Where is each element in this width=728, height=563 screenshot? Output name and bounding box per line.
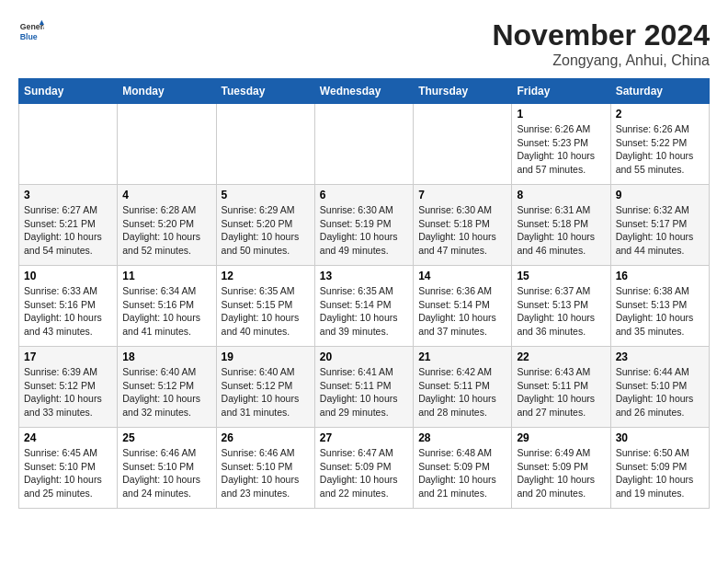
week-row-4: 17Sunrise: 6:39 AM Sunset: 5:12 PM Dayli… <box>19 347 710 428</box>
day-number: 2 <box>616 108 704 121</box>
day-cell: 16Sunrise: 6:38 AM Sunset: 5:13 PM Dayli… <box>610 266 709 347</box>
day-info: Sunrise: 6:40 AM Sunset: 5:12 PM Dayligh… <box>222 365 310 419</box>
day-number: 1 <box>517 108 605 121</box>
day-number: 7 <box>418 189 506 201</box>
day-number: 4 <box>122 189 210 201</box>
day-info: Sunrise: 6:50 AM Sunset: 5:09 PM Dayligh… <box>616 446 704 500</box>
day-cell: 18Sunrise: 6:40 AM Sunset: 5:12 PM Dayli… <box>118 347 216 428</box>
day-cell: 9Sunrise: 6:32 AM Sunset: 5:17 PM Daylig… <box>610 185 709 266</box>
day-cell: 23Sunrise: 6:44 AM Sunset: 5:10 PM Dayli… <box>610 347 709 428</box>
day-info: Sunrise: 6:30 AM Sunset: 5:18 PM Dayligh… <box>418 203 506 258</box>
week-row-1: 1Sunrise: 6:26 AM Sunset: 5:23 PM Daylig… <box>19 104 710 185</box>
week-row-3: 10Sunrise: 6:33 AM Sunset: 5:16 PM Dayli… <box>19 266 710 347</box>
day-info: Sunrise: 6:31 AM Sunset: 5:18 PM Dayligh… <box>517 203 605 258</box>
day-number: 25 <box>122 431 210 444</box>
day-cell: 28Sunrise: 6:48 AM Sunset: 5:09 PM Dayli… <box>414 428 512 509</box>
day-cell: 11Sunrise: 6:34 AM Sunset: 5:16 PM Dayli… <box>118 266 216 347</box>
day-cell: 24Sunrise: 6:45 AM Sunset: 5:10 PM Dayli… <box>19 428 118 509</box>
title-block: November 2024 Zongyang, Anhui, China <box>492 18 710 69</box>
header-monday: Monday <box>118 79 216 104</box>
day-number: 10 <box>24 270 112 282</box>
day-info: Sunrise: 6:39 AM Sunset: 5:12 PM Dayligh… <box>24 365 112 419</box>
day-info: Sunrise: 6:44 AM Sunset: 5:10 PM Dayligh… <box>616 365 704 419</box>
day-cell: 13Sunrise: 6:35 AM Sunset: 5:14 PM Dayli… <box>314 266 413 347</box>
day-number: 16 <box>616 270 704 282</box>
day-number: 24 <box>24 431 112 444</box>
calendar-table: SundayMondayTuesdayWednesdayThursdayFrid… <box>18 78 710 509</box>
day-number: 12 <box>222 270 310 282</box>
day-cell: 25Sunrise: 6:46 AM Sunset: 5:10 PM Dayli… <box>118 428 216 509</box>
day-number: 9 <box>616 189 704 201</box>
day-number: 8 <box>517 189 605 201</box>
day-number: 27 <box>320 431 408 444</box>
day-number: 6 <box>320 189 408 201</box>
day-info: Sunrise: 6:26 AM Sunset: 5:23 PM Dayligh… <box>517 122 605 177</box>
day-number: 15 <box>517 270 605 282</box>
day-number: 3 <box>24 189 112 201</box>
logo-icon: General Blue <box>18 18 44 44</box>
day-info: Sunrise: 6:34 AM Sunset: 5:16 PM Dayligh… <box>122 284 210 339</box>
day-number: 28 <box>418 431 506 444</box>
day-cell <box>314 104 413 185</box>
day-info: Sunrise: 6:29 AM Sunset: 5:20 PM Dayligh… <box>222 203 310 258</box>
header-friday: Friday <box>512 79 610 104</box>
day-cell: 20Sunrise: 6:41 AM Sunset: 5:11 PM Dayli… <box>314 347 413 428</box>
day-cell: 29Sunrise: 6:49 AM Sunset: 5:09 PM Dayli… <box>512 428 610 509</box>
day-cell: 10Sunrise: 6:33 AM Sunset: 5:16 PM Dayli… <box>19 266 118 347</box>
day-cell: 5Sunrise: 6:29 AM Sunset: 5:20 PM Daylig… <box>216 185 314 266</box>
day-cell <box>19 104 118 185</box>
day-info: Sunrise: 6:43 AM Sunset: 5:11 PM Dayligh… <box>517 365 605 419</box>
day-info: Sunrise: 6:26 AM Sunset: 5:22 PM Dayligh… <box>616 122 704 177</box>
day-info: Sunrise: 6:33 AM Sunset: 5:16 PM Dayligh… <box>24 284 112 339</box>
day-cell: 3Sunrise: 6:27 AM Sunset: 5:21 PM Daylig… <box>19 185 118 266</box>
week-row-5: 24Sunrise: 6:45 AM Sunset: 5:10 PM Dayli… <box>19 428 710 509</box>
header-wednesday: Wednesday <box>314 79 413 104</box>
month-title: November 2024 <box>492 18 710 52</box>
day-info: Sunrise: 6:35 AM Sunset: 5:14 PM Dayligh… <box>320 284 408 339</box>
day-number: 5 <box>222 189 310 201</box>
day-info: Sunrise: 6:38 AM Sunset: 5:13 PM Dayligh… <box>616 284 704 339</box>
day-info: Sunrise: 6:40 AM Sunset: 5:12 PM Dayligh… <box>122 365 210 419</box>
day-cell: 17Sunrise: 6:39 AM Sunset: 5:12 PM Dayli… <box>19 347 118 428</box>
day-cell: 14Sunrise: 6:36 AM Sunset: 5:14 PM Dayli… <box>414 266 512 347</box>
day-cell: 26Sunrise: 6:46 AM Sunset: 5:10 PM Dayli… <box>216 428 314 509</box>
day-number: 30 <box>616 431 704 444</box>
logo: General Blue <box>18 18 44 44</box>
day-number: 13 <box>320 270 408 282</box>
day-number: 23 <box>616 350 704 363</box>
svg-text:Blue: Blue <box>20 32 38 41</box>
week-row-2: 3Sunrise: 6:27 AM Sunset: 5:21 PM Daylig… <box>19 185 710 266</box>
day-number: 26 <box>222 431 310 444</box>
day-info: Sunrise: 6:49 AM Sunset: 5:09 PM Dayligh… <box>517 446 605 500</box>
day-number: 22 <box>517 350 605 363</box>
day-info: Sunrise: 6:42 AM Sunset: 5:11 PM Dayligh… <box>418 365 506 419</box>
header-tuesday: Tuesday <box>216 79 314 104</box>
day-cell: 30Sunrise: 6:50 AM Sunset: 5:09 PM Dayli… <box>610 428 709 509</box>
day-cell <box>414 104 512 185</box>
day-cell: 21Sunrise: 6:42 AM Sunset: 5:11 PM Dayli… <box>414 347 512 428</box>
header-thursday: Thursday <box>414 79 512 104</box>
day-cell: 7Sunrise: 6:30 AM Sunset: 5:18 PM Daylig… <box>414 185 512 266</box>
day-info: Sunrise: 6:28 AM Sunset: 5:20 PM Dayligh… <box>122 203 210 258</box>
day-cell <box>118 104 216 185</box>
day-number: 18 <box>122 350 210 363</box>
day-number: 19 <box>222 350 310 363</box>
day-cell: 8Sunrise: 6:31 AM Sunset: 5:18 PM Daylig… <box>512 185 610 266</box>
day-info: Sunrise: 6:32 AM Sunset: 5:17 PM Dayligh… <box>616 203 704 258</box>
day-info: Sunrise: 6:36 AM Sunset: 5:14 PM Dayligh… <box>418 284 506 339</box>
day-info: Sunrise: 6:46 AM Sunset: 5:10 PM Dayligh… <box>222 446 310 500</box>
header-saturday: Saturday <box>610 79 709 104</box>
location: Zongyang, Anhui, China <box>492 52 710 69</box>
day-cell: 4Sunrise: 6:28 AM Sunset: 5:20 PM Daylig… <box>118 185 216 266</box>
day-cell: 6Sunrise: 6:30 AM Sunset: 5:19 PM Daylig… <box>314 185 413 266</box>
header-sunday: Sunday <box>19 79 118 104</box>
day-info: Sunrise: 6:47 AM Sunset: 5:09 PM Dayligh… <box>320 446 408 500</box>
day-cell: 19Sunrise: 6:40 AM Sunset: 5:12 PM Dayli… <box>216 347 314 428</box>
day-info: Sunrise: 6:45 AM Sunset: 5:10 PM Dayligh… <box>24 446 112 500</box>
day-number: 29 <box>517 431 605 444</box>
day-cell: 15Sunrise: 6:37 AM Sunset: 5:13 PM Dayli… <box>512 266 610 347</box>
day-info: Sunrise: 6:30 AM Sunset: 5:19 PM Dayligh… <box>320 203 408 258</box>
day-cell <box>216 104 314 185</box>
day-info: Sunrise: 6:46 AM Sunset: 5:10 PM Dayligh… <box>122 446 210 500</box>
day-cell: 1Sunrise: 6:26 AM Sunset: 5:23 PM Daylig… <box>512 104 610 185</box>
